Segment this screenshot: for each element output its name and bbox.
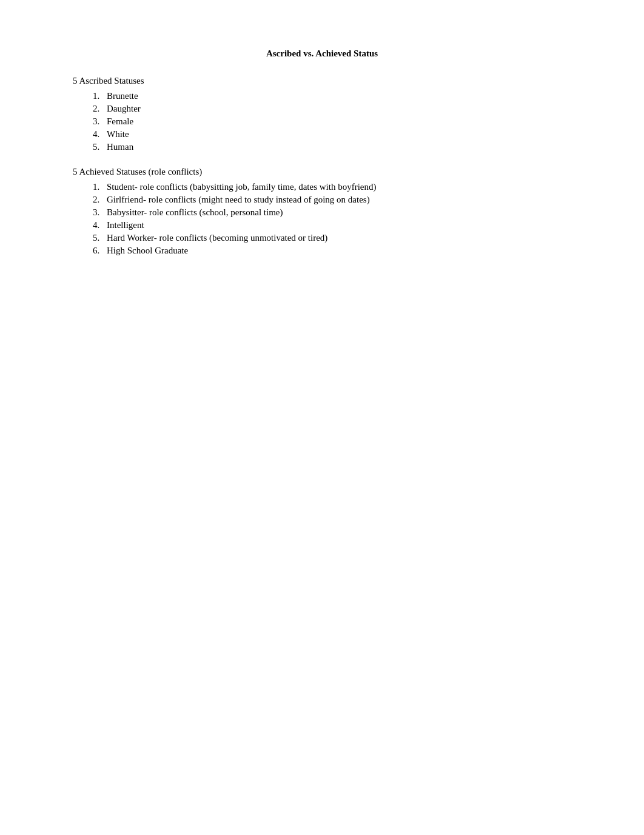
achieved-list-item: Student- role conflicts (babysitting job… xyxy=(102,182,571,192)
achieved-list-item: High School Graduate xyxy=(102,246,571,256)
achieved-list-item: Girlfriend- role conflicts (might need t… xyxy=(102,195,571,205)
ascribed-list: BrunetteDaughterFemaleWhiteHuman xyxy=(102,91,571,152)
ascribed-heading: 5 Ascribed Statuses xyxy=(73,76,571,86)
ascribed-list-item: Daughter xyxy=(102,104,571,114)
achieved-list-item: Hard Worker- role conflicts (becoming un… xyxy=(102,233,571,243)
ascribed-list-item: Brunette xyxy=(102,91,571,101)
achieved-list-item: Babysitter- role conflicts (school, pers… xyxy=(102,207,571,218)
achieved-section: 5 Achieved Statuses (role conflicts) Stu… xyxy=(73,167,571,256)
ascribed-list-item: Human xyxy=(102,142,571,152)
ascribed-list-item: White xyxy=(102,129,571,139)
achieved-list: Student- role conflicts (babysitting job… xyxy=(102,182,571,256)
achieved-heading: 5 Achieved Statuses (role conflicts) xyxy=(73,167,571,177)
ascribed-section: 5 Ascribed Statuses BrunetteDaughterFema… xyxy=(73,76,571,152)
page-title: Ascribed vs. Achieved Status xyxy=(73,49,571,59)
ascribed-list-item: Female xyxy=(102,116,571,127)
achieved-list-item: Intelligent xyxy=(102,220,571,230)
